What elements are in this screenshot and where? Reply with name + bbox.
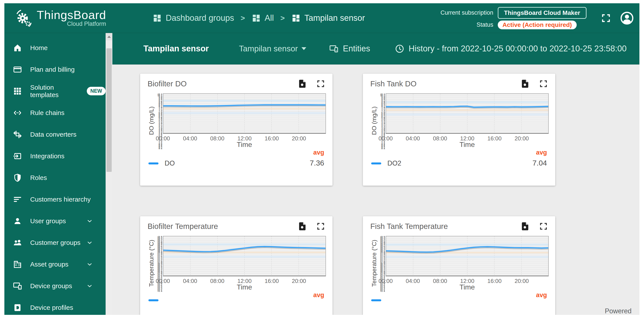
expand-widget-button[interactable] xyxy=(539,79,548,88)
breadcrumb-all[interactable]: All xyxy=(252,13,274,23)
data-converters-icon xyxy=(13,130,22,139)
sidebar-item-label: Customers hierarchy xyxy=(30,196,91,203)
legend-series[interactable]: DO xyxy=(148,160,175,167)
legend-aggregation: avg 7.04 xyxy=(532,149,547,167)
x-tick-label: 16:00 xyxy=(487,135,502,142)
x-tick-label: 04:00 xyxy=(406,278,420,284)
sidebar-item-label: Plan and billing xyxy=(30,66,74,73)
export-widget-button[interactable] xyxy=(298,79,307,88)
export-widget-button[interactable] xyxy=(520,79,530,88)
series-color-dash xyxy=(148,299,158,301)
sidebar-item-user-groups[interactable]: User groups xyxy=(4,210,106,232)
widget-header: Fish Tank DO xyxy=(370,79,549,89)
sidebar-item-data-converters[interactable]: Data converters xyxy=(4,124,106,145)
subscription-plan-button[interactable]: ThingsBoard Cloud Maker xyxy=(498,7,586,19)
y-axis-label: DO (mg/L) xyxy=(370,93,379,148)
plot-canvas[interactable] xyxy=(386,93,549,134)
breadcrumb-label: Tampilan sensor xyxy=(304,13,365,23)
legend-series[interactable]: DO2 xyxy=(371,160,401,167)
expand-widget-button[interactable] xyxy=(316,222,325,231)
expand-widget-button[interactable] xyxy=(316,79,325,88)
expand-widget-button[interactable] xyxy=(539,222,548,231)
file-export-icon xyxy=(520,222,530,231)
widget-header: Biofilter DO xyxy=(147,79,326,89)
roles-icon xyxy=(13,173,22,182)
integrations-icon xyxy=(13,151,22,161)
x-tick-label: 16:00 xyxy=(487,278,502,284)
export-widget-button[interactable] xyxy=(520,222,530,231)
widget-title: Biofilter DO xyxy=(148,79,187,88)
x-axis-ticks: 00:0004:0008:0012:0016:0020:00 xyxy=(386,135,549,140)
logo-text: ThingsBoard Cloud Platform xyxy=(37,9,106,28)
chevron-down-icon[interactable] xyxy=(86,218,93,224)
sidebar-item-customers-hierarchy[interactable]: Customers hierarchy xyxy=(4,188,106,210)
timewindow-button[interactable]: History - from 2022-10-25 00:00:00 to 20… xyxy=(394,44,626,54)
home-icon xyxy=(13,43,22,53)
powered-by-link[interactable]: Powered xyxy=(605,307,632,315)
sidebar-item-solution-templates[interactable]: Solution templates NEW xyxy=(4,80,106,102)
legend-series[interactable] xyxy=(371,299,387,301)
expand-icon xyxy=(539,222,548,231)
sidebar-item-device-profiles[interactable]: Device profiles xyxy=(4,297,106,315)
x-tick-label: 12:00 xyxy=(460,135,474,142)
fullscreen-button[interactable] xyxy=(601,13,611,23)
widget-header: Biofilter Temperature xyxy=(147,222,326,232)
status-badge[interactable]: Active (Action required) xyxy=(498,20,577,29)
sidebar-item-device-groups[interactable]: Device groups xyxy=(4,275,106,297)
sidebar-item-asset-groups[interactable]: Asset groups xyxy=(4,254,106,275)
sidebar-item-integrations[interactable]: Integrations xyxy=(4,145,106,167)
widget-biofilter-do: Biofilter DO DO (mg/L) 10.5 10.3 10.1 9.… xyxy=(140,74,332,186)
expand-icon xyxy=(316,79,325,88)
widget-actions xyxy=(298,222,325,231)
widget-actions xyxy=(520,222,548,231)
chevron-down-icon[interactable] xyxy=(86,240,93,246)
file-export-icon xyxy=(520,79,530,88)
legend-aggregation: avg xyxy=(313,292,324,301)
x-tick-label: 12:00 xyxy=(238,135,252,142)
sidebar-item-customer-groups[interactable]: Customer groups xyxy=(4,232,106,254)
y-axis-label: Temperature (°C) xyxy=(147,236,156,290)
avg-label: avg xyxy=(310,149,324,156)
templates-icon xyxy=(13,86,22,96)
chart-legend: DO avg 7.36 xyxy=(147,149,326,167)
legend-series[interactable] xyxy=(148,299,164,301)
chevron-down-icon[interactable] xyxy=(86,283,93,289)
sidebar-item-label: Asset groups xyxy=(30,260,68,268)
entities-button[interactable]: Entities xyxy=(329,44,370,54)
plot-canvas[interactable] xyxy=(386,236,549,276)
series-color-dash xyxy=(371,162,381,164)
file-export-icon xyxy=(298,79,307,88)
x-tick-label: 04:00 xyxy=(406,135,420,142)
x-tick-label: 00:00 xyxy=(156,135,170,142)
chart-legend: avg xyxy=(370,292,549,301)
scrollbar-up-arrow-icon[interactable] xyxy=(106,33,112,40)
widget-fish-tank-do: Fish Tank DO DO (mg/L) 10.5 10.3 10.1 9.… xyxy=(363,74,555,186)
scrollbar-thumb[interactable] xyxy=(106,48,112,172)
user-avatar[interactable] xyxy=(620,11,634,25)
sidebar-scrollbar[interactable] xyxy=(106,33,112,315)
dashboard-icon xyxy=(292,14,300,23)
entities-icon xyxy=(329,44,338,54)
widget-actions xyxy=(298,79,325,88)
x-tick-label: 20:00 xyxy=(292,278,306,284)
breadcrumb-separator: > xyxy=(241,14,245,22)
sidebar-item-home[interactable]: Home xyxy=(4,37,106,58)
sidebar-item-rule-chains[interactable]: Rule chains xyxy=(4,102,106,124)
header-right-block: Current subscription ThingsBoard Cloud M… xyxy=(440,7,640,29)
plot-canvas[interactable] xyxy=(163,93,326,134)
chevron-down-icon[interactable] xyxy=(86,261,93,268)
sidebar-item-roles[interactable]: Roles xyxy=(4,167,106,188)
legend-aggregation: avg 7.36 xyxy=(310,149,324,167)
subscription-label: Current subscription xyxy=(440,10,494,16)
breadcrumb-dashboard-groups[interactable]: Dashboard groups xyxy=(152,13,234,23)
plot-canvas[interactable] xyxy=(163,236,326,276)
plot-area: 00:0004:0008:0012:0016:0020:00 Time xyxy=(163,93,326,148)
sidebar-item-plan-and-billing[interactable]: Plan and billing xyxy=(4,58,106,80)
x-tick-label: 16:00 xyxy=(264,135,279,142)
logo-title: ThingsBoard xyxy=(37,9,106,21)
export-widget-button[interactable] xyxy=(298,222,307,231)
chart-legend: avg xyxy=(147,292,326,301)
sidebar-menu: Home Plan and billing Solution templates… xyxy=(4,33,106,315)
breadcrumb-tampilan-sensor[interactable]: Tampilan sensor xyxy=(292,13,365,23)
dashboard-state-select[interactable]: Tampilan sensor xyxy=(239,44,306,53)
